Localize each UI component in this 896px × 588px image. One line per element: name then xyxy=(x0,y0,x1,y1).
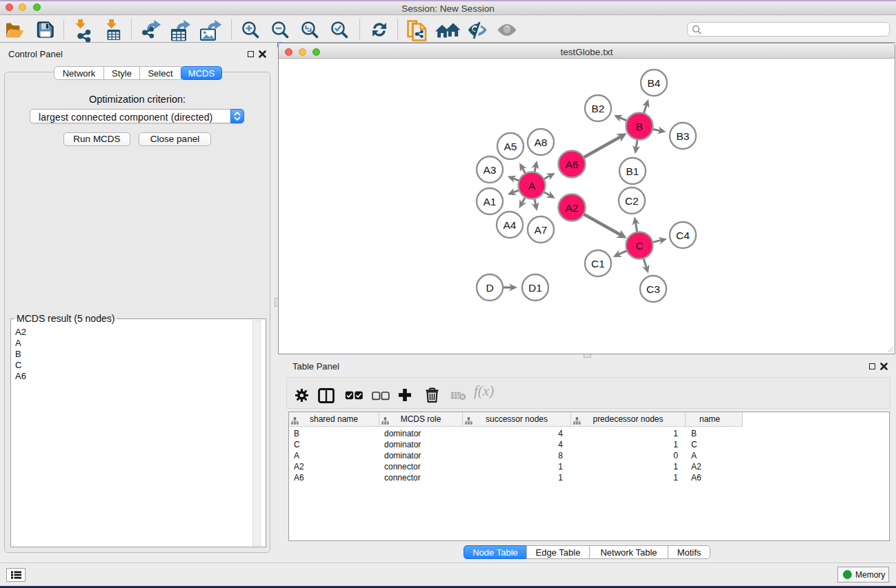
svg-text:A1: A1 xyxy=(484,196,497,207)
svg-text:B2: B2 xyxy=(592,103,605,114)
svg-text:A3: A3 xyxy=(484,164,497,176)
svg-text:B: B xyxy=(636,121,643,132)
svg-text:A4: A4 xyxy=(504,219,517,231)
svg-text:A5: A5 xyxy=(504,141,517,152)
svg-text:C1: C1 xyxy=(591,258,605,270)
svg-text:C: C xyxy=(635,240,643,252)
svg-text:B1: B1 xyxy=(626,165,639,177)
svg-text:A2: A2 xyxy=(566,202,579,214)
svg-text:A8: A8 xyxy=(535,136,548,148)
svg-text:C3: C3 xyxy=(646,283,660,295)
svg-text:A7: A7 xyxy=(535,224,548,236)
svg-text:C2: C2 xyxy=(625,195,639,207)
svg-text:B3: B3 xyxy=(677,130,690,142)
svg-text:D1: D1 xyxy=(528,282,542,294)
svg-text:C4: C4 xyxy=(676,230,690,241)
svg-text:B4: B4 xyxy=(648,77,661,89)
svg-text:A: A xyxy=(528,180,536,192)
svg-text:A6: A6 xyxy=(566,159,579,170)
svg-text:D: D xyxy=(486,282,493,294)
